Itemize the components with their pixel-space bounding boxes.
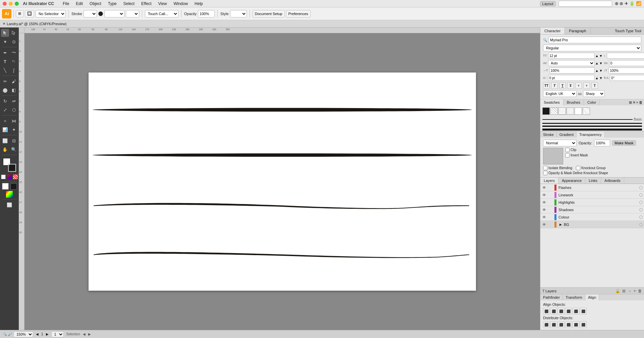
no-selection-dropdown[interactable]: No Selection — [36, 10, 66, 17]
baseline-up[interactable]: ▲ — [595, 76, 599, 80]
brush-tool[interactable]: 🖌 — [10, 77, 18, 85]
artboard-tool[interactable]: ⬜ — [1, 137, 9, 145]
style-btn-t-sup[interactable]: T — [575, 82, 582, 89]
kerning-down[interactable]: ▼ — [599, 61, 602, 65]
gradient-icon[interactable] — [7, 175, 12, 179]
zoom-nav-right[interactable]: ▶ — [46, 332, 49, 336]
layers-footer-move[interactable]: → — [628, 289, 632, 293]
swatches-icon-1[interactable]: ⊞ — [629, 100, 632, 105]
tracking-input[interactable] — [609, 60, 644, 66]
layer-row-bg[interactable]: 👁 ▶ BG — [540, 221, 644, 228]
font-size-up[interactable]: ▲ — [595, 54, 599, 58]
layer-eye-highlights[interactable]: 👁 — [542, 200, 546, 205]
preferences-btn[interactable]: Preferences — [286, 10, 311, 17]
tab-appearance[interactable]: Appearance — [558, 178, 585, 184]
scale-tool[interactable]: ⤢ — [1, 106, 9, 114]
scale-h-input[interactable] — [549, 67, 595, 74]
scale-h-up[interactable]: ▲ — [595, 69, 599, 73]
hand-tool[interactable]: ✋ — [1, 145, 9, 153]
maximize-button[interactable] — [15, 2, 19, 6]
style-btn-t-italic[interactable]: T — [551, 82, 558, 89]
tab-gradient[interactable]: Gradient — [557, 132, 577, 138]
layer-target-bg[interactable] — [639, 223, 643, 226]
stroke-style-select[interactable] — [104, 10, 124, 17]
tab-align[interactable]: Align — [585, 294, 599, 300]
none-icon[interactable] — [1, 175, 6, 179]
layer-row-shadows[interactable]: 👁 Shadows — [540, 206, 644, 213]
layer-target-flashes[interactable] — [639, 186, 643, 189]
clip-checkbox[interactable] — [565, 148, 570, 152]
symbol-tool[interactable]: ✦ — [10, 126, 18, 134]
tab-transparency[interactable]: Transparency — [577, 132, 605, 138]
layers-footer-delete[interactable]: 🗑 — [638, 289, 642, 293]
tab-links[interactable]: Links — [585, 178, 601, 184]
layers-footer-lock[interactable]: 🔒 — [615, 289, 620, 293]
menu-help[interactable]: Help — [191, 1, 206, 7]
direct-selection-tool[interactable] — [10, 29, 18, 37]
align-left-btn[interactable]: ⬛ — [543, 308, 550, 315]
slice-tool[interactable]: ⊟ — [10, 137, 18, 145]
line-tool[interactable]: ╲ — [1, 66, 9, 74]
blob-brush-tool[interactable]: ⬤ — [1, 86, 9, 94]
layer-name-highlights[interactable]: Highlights — [558, 200, 638, 204]
fill-indicator[interactable] — [2, 183, 9, 190]
style-btn-t-strike[interactable]: T — [567, 82, 574, 89]
column-graph-tool[interactable]: 📊 — [1, 126, 9, 134]
stroke-line-3[interactable] — [542, 126, 642, 127]
layer-target-highlights[interactable] — [639, 201, 643, 204]
pen-tool[interactable]: ✒ — [1, 49, 9, 57]
scale-h-down[interactable]: ▼ — [599, 69, 602, 73]
zoom-select[interactable]: 150% — [13, 331, 33, 337]
style-btn-t-under[interactable]: T — [559, 82, 566, 89]
swatch-pattern-3[interactable] — [567, 107, 574, 115]
layer-lock-highlights[interactable] — [548, 200, 552, 205]
stroke-color[interactable] — [98, 11, 103, 16]
selection-tool[interactable] — [1, 29, 9, 37]
layer-eye-colour[interactable]: 👁 — [542, 215, 546, 220]
layer-eye-shadows[interactable]: 👁 — [542, 207, 546, 212]
menu-file[interactable]: File — [59, 1, 72, 7]
swatches-icon-2[interactable]: ✕ — [633, 100, 636, 105]
swatch-white[interactable] — [575, 107, 582, 115]
dist-left-btn[interactable]: ⬛ — [565, 321, 572, 328]
swatch-pattern-1[interactable] — [550, 107, 558, 115]
layer-row-colour[interactable]: 👁 Colour — [540, 213, 644, 221]
eraser-tool[interactable]: ◧ — [10, 86, 18, 94]
layer-name-flashes[interactable]: Flashes — [558, 186, 638, 190]
menu-window[interactable]: Window — [170, 1, 191, 7]
layer-row-flashes[interactable]: 👁 Flashes — [540, 184, 644, 191]
document-setup-btn[interactable]: Document Setup — [253, 10, 285, 17]
opacity-value-input[interactable] — [594, 140, 610, 146]
arc-tool[interactable]: ∫ — [10, 66, 18, 74]
magic-wand-tool[interactable]: ⁕ — [1, 38, 9, 46]
layer-lock-shadows[interactable] — [548, 207, 552, 212]
layer-name-colour[interactable]: Colour — [558, 215, 638, 219]
stroke-width-select[interactable] — [84, 10, 97, 17]
tab-color[interactable]: Color — [584, 99, 600, 105]
opacity-input[interactable] — [198, 10, 215, 17]
dist-center-v-btn[interactable]: ⬛ — [550, 321, 557, 328]
leading-input[interactable] — [607, 53, 644, 59]
stroke-end-select[interactable] — [126, 10, 139, 17]
search-input[interactable] — [558, 1, 612, 7]
close-button[interactable] — [3, 2, 7, 6]
dist-right-btn[interactable]: ⬛ — [580, 321, 587, 328]
invert-mask-checkbox[interactable] — [565, 153, 570, 157]
close-tab-icon[interactable]: ✕ — [3, 22, 5, 26]
menu-effect[interactable]: Effect — [138, 1, 155, 7]
rotate-tool[interactable]: ↻ — [1, 97, 9, 105]
reflect-tool[interactable]: ⇌ — [10, 97, 18, 105]
kerning-select[interactable]: Auto — [548, 60, 594, 66]
type-tool[interactable]: T — [1, 57, 9, 65]
menu-edit[interactable]: Edit — [72, 1, 86, 7]
align-right-btn[interactable]: ⬛ — [558, 308, 565, 315]
font-size-down[interactable]: ▼ — [599, 54, 602, 58]
tab-character[interactable]: Character — [540, 28, 565, 34]
tab-paragraph[interactable]: Paragraph — [565, 28, 590, 34]
color-wheel-icon[interactable] — [6, 191, 13, 198]
aa-select[interactable]: Sharp — [583, 90, 605, 97]
layout-label[interactable]: Layout — [540, 1, 556, 6]
layer-target-shadows[interactable] — [639, 208, 643, 211]
touch-type-tool[interactable]: T↕ — [10, 57, 18, 65]
font-style-select[interactable]: Regular — [543, 45, 641, 51]
